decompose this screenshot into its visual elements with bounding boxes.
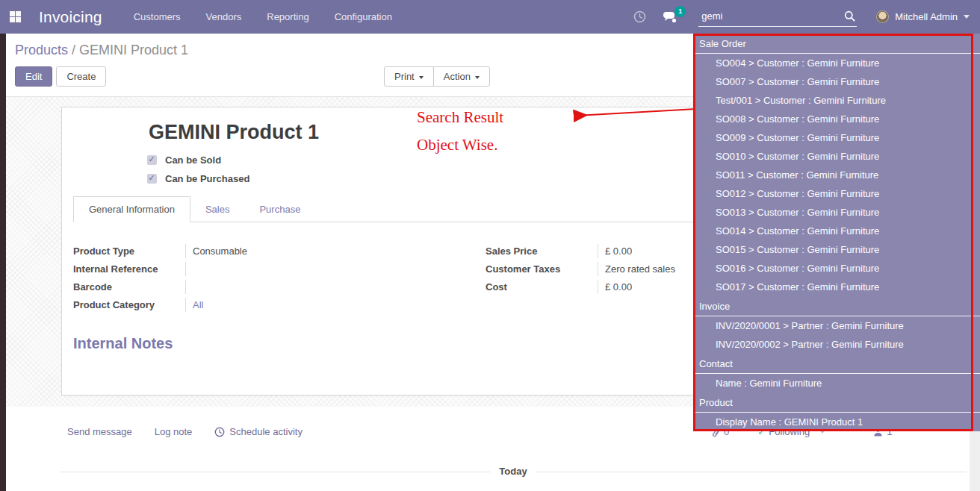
search-result-row[interactable]: Display Name : GEMINI Product 1 xyxy=(693,413,980,431)
search-result-row: Invoice xyxy=(693,296,980,316)
breadcrumb-separator: / xyxy=(68,43,79,57)
search-result-row[interactable]: SO016 > Customer : Gemini Furniture xyxy=(693,259,980,278)
field-label: Product Category xyxy=(73,298,185,312)
create-button[interactable]: Create xyxy=(56,66,106,87)
field-label: Cost xyxy=(486,280,598,294)
messages-icon[interactable]: 1 xyxy=(663,11,677,23)
product-title: GEMINI Product 1 xyxy=(149,121,319,144)
nav-menu-item[interactable]: Reporting xyxy=(267,11,308,22)
log-note-button[interactable]: Log note xyxy=(155,426,193,437)
search-result-row[interactable]: Test/001 > Customer : Gemini Furniture xyxy=(693,91,980,110)
search-result-row[interactable]: SO011 > Customer : Gemini Furniture xyxy=(693,166,980,184)
search-result-row[interactable]: SO012 > Customer : Gemini Furniture xyxy=(693,184,980,203)
search-result-row[interactable]: SO004 > Customer : Gemini Furniture xyxy=(693,54,980,72)
annotation-line1: Search Result xyxy=(417,109,503,126)
search-result-row[interactable]: SO007 > Customer : Gemini Furniture xyxy=(693,72,980,91)
search-result-row[interactable]: INV/2020/0002 > Partner : Gemini Furnitu… xyxy=(693,335,980,354)
activities-clock-icon[interactable] xyxy=(633,10,646,23)
field-row: Internal Reference xyxy=(73,262,469,280)
field-label: Product Type xyxy=(73,244,185,258)
field-value[interactable] xyxy=(185,262,469,276)
search-result-row: Contact xyxy=(693,354,980,374)
search-result-row: Sale Order xyxy=(693,34,980,54)
top-navbar: Invoicing CustomersVendorsReportingConfi… xyxy=(0,0,980,34)
annotation-arrow xyxy=(566,103,701,127)
field-row: Product Type Consumable xyxy=(73,244,469,262)
tab[interactable]: Sales xyxy=(190,197,245,222)
search-result-row[interactable]: SO017 > Customer : Gemini Furniture xyxy=(693,278,980,296)
field-value[interactable] xyxy=(185,280,469,294)
search-result-row[interactable]: SO013 > Customer : Gemini Furniture xyxy=(693,203,980,222)
schedule-activity-button[interactable]: Schedule activity xyxy=(214,426,303,437)
action-dropdown-button[interactable]: Action xyxy=(433,66,490,87)
chevron-down-icon xyxy=(475,76,480,79)
nav-menu-item[interactable]: Vendors xyxy=(206,11,242,22)
messages-count-badge: 1 xyxy=(674,6,686,17)
search-result-row[interactable]: SO009 > Customer : Gemini Furniture xyxy=(693,128,980,147)
search-result-row: Product xyxy=(693,393,980,413)
search-result-row[interactable]: SO008 > Customer : Gemini Furniture xyxy=(693,110,980,128)
chevron-down-icon xyxy=(964,15,970,19)
checkbox-label: Can be Sold xyxy=(165,154,221,166)
nav-menu-item[interactable]: Customers xyxy=(134,11,181,22)
breadcrumb-products-link[interactable]: Products xyxy=(15,43,68,57)
search-result-row[interactable]: SO014 > Customer : Gemini Furniture xyxy=(693,222,980,240)
product-flags: Can be Sold Can be Purchased xyxy=(147,154,249,184)
annotation-line2: Object Wise. xyxy=(417,137,503,154)
field-label: Customer Taxes xyxy=(486,262,598,276)
navbar-menus: CustomersVendorsReportingConfiguration xyxy=(134,11,392,22)
edit-button[interactable]: Edit xyxy=(15,66,52,87)
internal-notes-heading: Internal Notes xyxy=(73,335,173,352)
search-result-row[interactable]: INV/2020/0001 > Partner : Gemini Furnitu… xyxy=(693,316,980,335)
date-divider-label: Today xyxy=(490,466,536,477)
nav-menu-item[interactable]: Configuration xyxy=(335,11,392,22)
app-title[interactable]: Invoicing xyxy=(39,8,102,26)
page-background-strip xyxy=(970,431,980,491)
field-row: Barcode xyxy=(73,280,469,298)
user-avatar xyxy=(876,10,889,23)
date-divider: Today xyxy=(60,472,967,472)
user-menu[interactable]: Mitchell Admin xyxy=(876,10,970,23)
search-icon[interactable] xyxy=(844,10,855,22)
field-value[interactable]: All xyxy=(185,298,469,312)
tab[interactable]: Purchase xyxy=(244,197,315,222)
checkbox-row[interactable]: Can be Purchased xyxy=(147,173,249,184)
checkbox-row[interactable]: Can be Sold xyxy=(147,154,249,166)
field-label: Sales Price xyxy=(486,244,598,258)
checkbox[interactable] xyxy=(147,155,157,165)
clock-icon xyxy=(214,427,225,437)
user-name: Mitchell Admin xyxy=(895,11,958,22)
checkbox[interactable] xyxy=(147,174,157,184)
send-message-button[interactable]: Send message xyxy=(67,426,132,437)
field-label: Barcode xyxy=(73,280,185,294)
window-left-edge xyxy=(0,34,6,491)
breadcrumb-current: GEMINI Product 1 xyxy=(79,43,188,57)
tab[interactable]: General Information xyxy=(73,196,190,222)
search-result-row[interactable]: SO015 > Customer : Gemini Furniture xyxy=(693,240,980,259)
apps-grid-icon[interactable] xyxy=(10,11,21,22)
search-result-row[interactable]: Name : Gemini Furniture xyxy=(693,374,980,393)
field-value[interactable]: Zero rated sales xyxy=(598,262,675,276)
field-row: Product Category All xyxy=(73,298,469,316)
global-search-input[interactable] xyxy=(698,7,831,26)
search-results-dropdown: Sale OrderSO004 > Customer : Gemini Furn… xyxy=(693,34,980,431)
general-info-left-fields: Product Type Consumable Internal Referen… xyxy=(73,244,469,316)
global-search xyxy=(698,7,857,27)
chevron-down-icon xyxy=(419,76,424,79)
field-label: Internal Reference xyxy=(73,262,185,276)
field-value[interactable]: Consumable xyxy=(185,244,469,258)
app-window: Invoicing CustomersVendorsReportingConfi… xyxy=(0,0,980,491)
breadcrumb: Products / GEMINI Product 1 xyxy=(15,43,188,58)
search-result-row[interactable]: SO010 > Customer : Gemini Furniture xyxy=(693,147,980,166)
print-dropdown-button[interactable]: Print xyxy=(384,66,434,87)
checkbox-label: Can be Purchased xyxy=(165,173,249,184)
annotation-text: Search Result Object Wise. xyxy=(417,109,503,163)
